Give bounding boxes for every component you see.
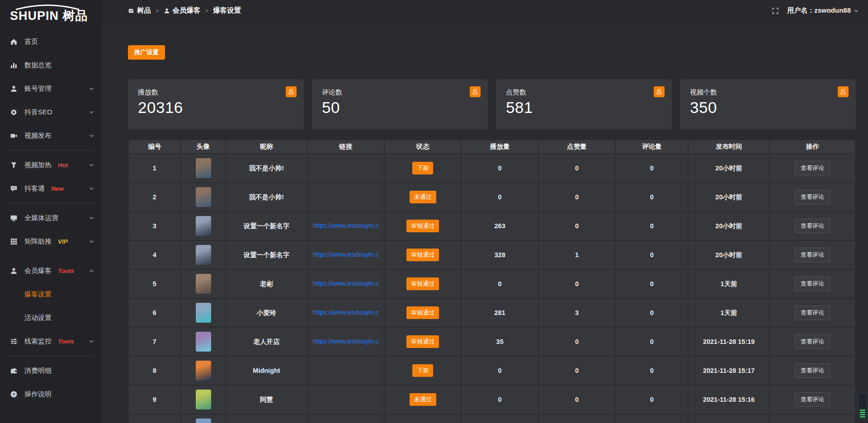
cell-id: 7	[128, 327, 181, 356]
sidebar-item[interactable]: 视频发布	[0, 124, 102, 147]
sidebar-item[interactable]: 数据总览	[0, 53, 102, 77]
sidebar-item-label: 消费明细	[24, 367, 52, 375]
cell-action: 查看评论	[769, 298, 855, 327]
cell-likes: 0	[538, 327, 615, 356]
total-badge: 总	[286, 86, 297, 97]
sidebar-item-label: 矩阵助推	[24, 237, 52, 246]
cell-action: 查看评论	[769, 269, 855, 298]
user-menu[interactable]: 用户名：zswodun88	[787, 6, 859, 15]
avatar	[196, 274, 211, 294]
floating-widget[interactable]	[858, 393, 867, 419]
sidebar-item[interactable]: 会员爆客Tools	[0, 259, 102, 282]
cell-id: 1	[128, 154, 181, 183]
cell-status: 审核通过	[384, 212, 461, 240]
cell-action: 查看评论	[769, 385, 855, 414]
sidebar-item-label: 操作说明	[24, 390, 52, 399]
sliders-icon	[10, 338, 18, 345]
column-header: 昵称	[226, 140, 307, 154]
logo-text-cn: 树品	[63, 9, 88, 23]
cell-time: 2021-11-28 15:16	[688, 385, 769, 414]
column-header: 链接	[307, 140, 384, 154]
cell-plays: 328	[461, 240, 538, 269]
view-comments-button[interactable]: 查看评论	[795, 219, 830, 233]
logo-text: SHUPIN 树品	[10, 10, 102, 22]
view-comments-button[interactable]: 查看评论	[795, 161, 830, 175]
cell-nickname: 设置一个新名字	[226, 212, 307, 240]
video-link[interactable]: https://www.iesdouyin.c	[313, 222, 379, 229]
status-badge: 审核通过	[406, 306, 439, 319]
cell-likes: 0	[538, 269, 615, 298]
sidebar-subitem[interactable]: 活动设置	[0, 306, 102, 329]
sidebar-item[interactable]: 账号管理	[0, 77, 102, 100]
sidebar-divider	[6, 150, 95, 150]
video-link[interactable]: https://www.iesdouyin.c	[313, 338, 379, 345]
status-badge: 下架	[412, 364, 433, 377]
sidebar-divider	[6, 356, 95, 356]
cell-time: 20小时前	[688, 154, 769, 183]
sidebar-item[interactable]: 抖音SEO	[0, 100, 102, 124]
view-comments-button[interactable]: 查看评论	[795, 392, 830, 407]
status-badge: 下架	[412, 162, 433, 174]
cell-status: 未通过	[384, 183, 461, 212]
cell-nickname: 老彬	[226, 269, 307, 298]
video-link[interactable]: https://www.iesdouyin.c	[313, 251, 379, 258]
cell-link	[307, 183, 384, 212]
widget-bar	[860, 412, 865, 413]
cell-comments: 0	[615, 240, 688, 269]
sidebar-item-tag: VIP	[58, 238, 68, 245]
funnel-icon	[10, 161, 18, 169]
sidebar-item-label: 账号管理	[24, 85, 52, 93]
cell-avatar	[181, 327, 226, 356]
sidebar-item[interactable]: 全媒体运营	[0, 206, 102, 230]
breadcrumb-item[interactable]: 会员爆客	[164, 6, 201, 15]
sidebar-item-label: 全媒体运营	[24, 214, 58, 222]
sidebar-item[interactable]: 抖客通New	[0, 177, 102, 200]
content: 推广设置 播放数20316总评论数50总点赞数581总视频个数350总 编号头像…	[102, 22, 868, 423]
video-link[interactable]: https://www.iesdouyin.c	[313, 309, 379, 316]
sidebar-item[interactable]: 消费明细	[0, 359, 102, 382]
cell-avatar	[181, 385, 226, 414]
member-icon	[10, 267, 18, 275]
monitor-icon	[10, 214, 18, 222]
cell-id: 6	[128, 298, 181, 327]
view-comments-button[interactable]: 查看评论	[795, 334, 830, 349]
cell-nickname: 我不是小帅!	[226, 154, 307, 183]
breadcrumb-label: 会员爆客	[173, 6, 201, 15]
view-comments-button[interactable]: 查看评论	[795, 363, 830, 378]
promo-settings-button[interactable]: 推广设置	[128, 45, 165, 60]
cell-nickname: 阿慧	[226, 385, 307, 414]
cell-action: 查看评论	[769, 154, 855, 183]
view-comments-button[interactable]: 查看评论	[795, 277, 830, 291]
fullscreen-icon[interactable]	[772, 7, 779, 14]
total-badge: 总	[470, 86, 481, 97]
chevron-down-icon	[89, 86, 94, 92]
cell-status: 下架	[384, 154, 461, 183]
table-row: 9阿慧未通过0002021-11-28 15:16查看评论	[128, 385, 855, 414]
table-row: 8Midnight下架0002021-11-28 15:17查看评论	[128, 356, 855, 385]
breadcrumb-separator: >	[205, 7, 209, 14]
app-window: SHUPIN 树品 首页数据总览账号管理抖音SEO视频发布视频加热Hot抖客通N…	[0, 0, 868, 423]
app-icon	[128, 8, 134, 14]
sidebar-item[interactable]: 矩阵助推VIP	[0, 230, 102, 253]
sidebar-subitem[interactable]: 爆客设置	[0, 282, 102, 306]
view-comments-button[interactable]: 查看评论	[795, 306, 830, 320]
sidebar-item-label: 会员爆客	[24, 267, 52, 275]
view-comments-button[interactable]: 查看评论	[795, 190, 830, 204]
sidebar-item[interactable]: 首页	[0, 30, 102, 53]
breadcrumb-label: 爆客设置	[213, 6, 241, 15]
table-body: 1我不是小帅!下架00020小时前查看评论2我不是小帅!未通过00020小时前查…	[128, 154, 855, 423]
video-link[interactable]: https://www.iesdouyin.c	[313, 280, 379, 287]
stat-card: 视频个数350总	[680, 79, 856, 129]
cell-nickname: Midnight	[226, 356, 307, 385]
column-header: 状态	[384, 140, 461, 154]
sidebar-item[interactable]: 线索监控Tools	[0, 329, 102, 353]
sidebar-item[interactable]: ?操作说明	[0, 382, 102, 406]
sidebar-item[interactable]: 视频加热Hot	[0, 153, 102, 177]
stat-label: 评论数	[322, 88, 478, 97]
cell-time: 1天前	[688, 298, 769, 327]
breadcrumb-item[interactable]: 树品	[128, 6, 151, 15]
cell-link: https://www.iesdouyin.c	[307, 327, 384, 356]
cell-link: https://www.iesdouyin.c	[307, 298, 384, 327]
view-comments-button[interactable]: 查看评论	[795, 248, 830, 262]
table-header-row: 编号头像昵称链接状态播放量点赞量评论量发布时间操作	[128, 140, 855, 154]
